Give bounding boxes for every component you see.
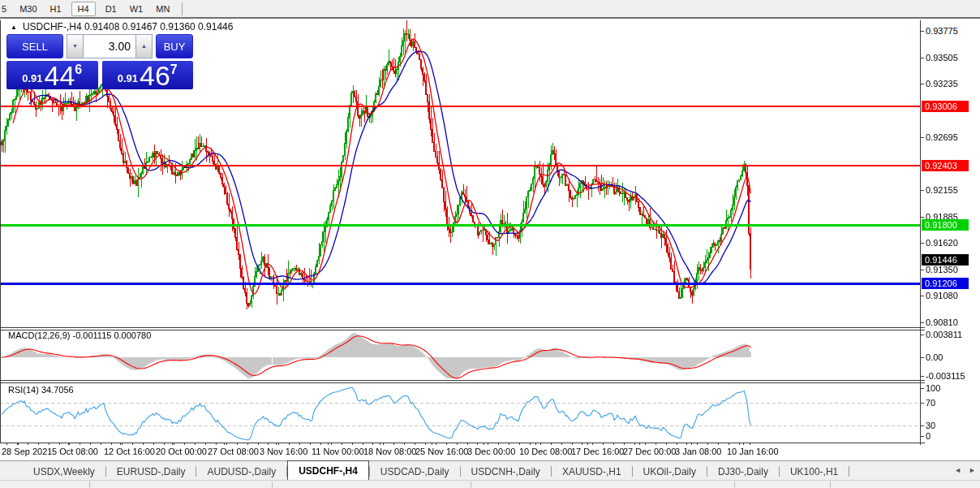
rsi-axis-label: 30 xyxy=(926,421,935,430)
tab-dj30-daily[interactable]: DJ30-,Daily xyxy=(707,463,779,480)
time-axis-label: 27 Dec 00:00 xyxy=(623,447,676,456)
trade-panel-controls: SELL ▼ 3.00 ▲ BUY xyxy=(6,34,193,58)
sell-button[interactable]: SELL xyxy=(6,34,63,58)
time-axis-label: 17 Dec 16:00 xyxy=(571,447,624,456)
tab-usdx-weekly[interactable]: USDX,Weekly xyxy=(23,463,105,480)
tab-eurusd-daily[interactable]: EURUSD-,Daily xyxy=(106,463,196,480)
rsi-axis-label: 70 xyxy=(926,398,935,408)
status-separator xyxy=(471,482,471,488)
status-separator xyxy=(830,482,831,488)
tab-usdcnh-daily[interactable]: USDCNH-,Daily xyxy=(461,463,551,480)
price-axis-label: 0.93775 xyxy=(926,26,958,36)
trading-terminal: 5M30H1H4D1W1MN ▲ USDCHF-,H4 0.91408 0.91… xyxy=(0,0,980,488)
buy-price-display[interactable]: 0.91 46 7 xyxy=(102,61,194,89)
rsi-axis-label: 0 xyxy=(926,431,931,441)
macd-axis-label: 0.00 xyxy=(926,352,943,362)
buy-price-prefix: 0.91 xyxy=(118,72,138,84)
time-axis-label: 3 Dec 00:00 xyxy=(467,447,515,456)
symbol-ohlc-text: USDCHF-,H4 0.91408 0.91467 0.91360 0.914… xyxy=(23,21,234,32)
price-tag: 0.93006 xyxy=(922,101,969,112)
chart-tabs: USDX,WeeklyEURUSD-,DailyAUDUSD-,DailyUSD… xyxy=(23,460,849,480)
toolbar-separator xyxy=(182,2,183,15)
time-axis-label: 20 Oct 00:00 xyxy=(156,447,207,456)
sell-price-big: 44 xyxy=(45,63,75,89)
chevron-up-icon: ▲ xyxy=(141,43,147,50)
timeframe-toolbar: 5M30H1H4D1W1MN xyxy=(0,0,980,19)
buy-price-pip: 7 xyxy=(170,63,178,77)
tab-xauusd-h1[interactable]: XAUUSD-,H1 xyxy=(552,463,632,480)
chevron-down-icon: ▼ xyxy=(72,43,78,50)
tab-uk100-h1[interactable]: UK100-,H1 xyxy=(780,463,849,480)
price-axis-label: 0.90810 xyxy=(926,317,958,327)
timeframe-buttons: 5M30H1H4D1W1MN xyxy=(0,2,176,16)
tab-usdchf-h4[interactable]: USDCHF-,H4 xyxy=(287,460,369,480)
tab-scroll-arrows: ◄ ► xyxy=(954,466,976,474)
sell-price-pip: 6 xyxy=(75,63,82,77)
price-axis-label: 0.93235 xyxy=(926,79,958,89)
trade-panel: SELL ▼ 3.00 ▲ BUY 0.91 44 6 0.91 46 xyxy=(6,34,193,89)
time-axis-label: 18 Nov 08:00 xyxy=(363,447,416,456)
chart-tab-bar: USDX,WeeklyEURUSD-,DailyAUDUSD-,DailyUSD… xyxy=(0,460,980,480)
time-axis-label: 27 Oct 08:00 xyxy=(208,447,259,456)
price-axis-label: 0.92695 xyxy=(926,132,958,142)
tab-audusd-daily[interactable]: AUDUSD-,Daily xyxy=(196,463,286,480)
volume-increase-button[interactable]: ▲ xyxy=(135,34,153,58)
timeframe-5[interactable]: 5 xyxy=(0,2,10,15)
time-axis-label: 12 Oct 16:00 xyxy=(104,447,155,456)
sell-price-display[interactable]: 0.91 44 6 xyxy=(6,61,98,89)
time-axis-label: 3 Nov 16:00 xyxy=(260,447,307,456)
price-tag: 0.91206 xyxy=(922,278,969,289)
price-tag: 0.91800 xyxy=(922,219,969,231)
time-axis-label: 10 Jan 16:00 xyxy=(727,447,779,456)
buy-button[interactable]: BUY xyxy=(156,34,193,58)
timeframe-d1[interactable]: D1 xyxy=(102,2,120,15)
symbol-info-bar: ▲ USDCHF-,H4 0.91408 0.91467 0.91360 0.9… xyxy=(11,21,233,32)
macd-axis-label: -0.003115 xyxy=(926,371,965,381)
tab-usdcad-daily[interactable]: USDCAD-,Daily xyxy=(370,463,460,480)
rsi-axis-label: 100 xyxy=(926,383,940,393)
time-axis-label: 10 Dec 08:00 xyxy=(519,447,572,456)
price-axis-label: 0.92155 xyxy=(926,185,958,195)
macd-indicator-label: MACD(12,26,9) -0.001115 0.000780 xyxy=(8,330,151,340)
time-axis-label: 5 Oct 08:00 xyxy=(52,447,98,456)
price-axis-label: 0.91620 xyxy=(926,238,958,248)
collapse-panel-icon[interactable]: ▲ xyxy=(11,24,17,31)
buy-price-big: 46 xyxy=(140,63,170,89)
sell-price-prefix: 0.91 xyxy=(22,72,42,84)
timeframe-h4[interactable]: H4 xyxy=(71,2,96,16)
status-separator xyxy=(89,482,90,488)
timeframe-w1[interactable]: W1 xyxy=(127,2,147,15)
price-axis-label: 0.91350 xyxy=(926,265,958,274)
volume-decrease-button[interactable]: ▼ xyxy=(67,34,84,58)
macd-axis-label: 0.003811 xyxy=(926,330,962,339)
time-axis-label: 25 Nov 16:00 xyxy=(415,447,468,456)
price-axis-label: 0.91080 xyxy=(926,291,958,300)
rsi-indicator-label: RSI(14) 34.7056 xyxy=(8,385,74,395)
price-tag: 0.91446 xyxy=(922,254,969,266)
tab-separator xyxy=(849,466,849,477)
trade-panel-quotes: 0.91 44 6 0.91 46 7 xyxy=(6,61,193,89)
time-axis-label: 11 Nov 00:00 xyxy=(312,447,364,456)
tab-scroll-left-icon[interactable]: ◄ xyxy=(954,466,961,474)
tab-ukoil-daily[interactable]: UKOil-,Daily xyxy=(633,463,707,480)
time-axis-label: 28 Sep 2021 xyxy=(2,447,52,456)
status-bar xyxy=(0,480,980,488)
status-separator xyxy=(734,482,735,488)
price-axis-label: 0.93505 xyxy=(926,53,958,63)
timeframe-m30[interactable]: M30 xyxy=(16,2,40,15)
volume-input[interactable]: 3.00 xyxy=(84,34,135,58)
price-tag: 0.92403 xyxy=(922,160,969,171)
status-separator xyxy=(272,482,273,488)
tab-scroll-right-icon[interactable]: ► xyxy=(969,466,976,474)
chart-window: ▲ USDCHF-,H4 0.91408 0.91467 0.91360 0.9… xyxy=(0,19,980,460)
timeframe-mn[interactable]: MN xyxy=(153,2,173,15)
time-axis-label: 3 Jan 08:00 xyxy=(675,447,722,456)
timeframe-h1[interactable]: H1 xyxy=(47,2,65,15)
